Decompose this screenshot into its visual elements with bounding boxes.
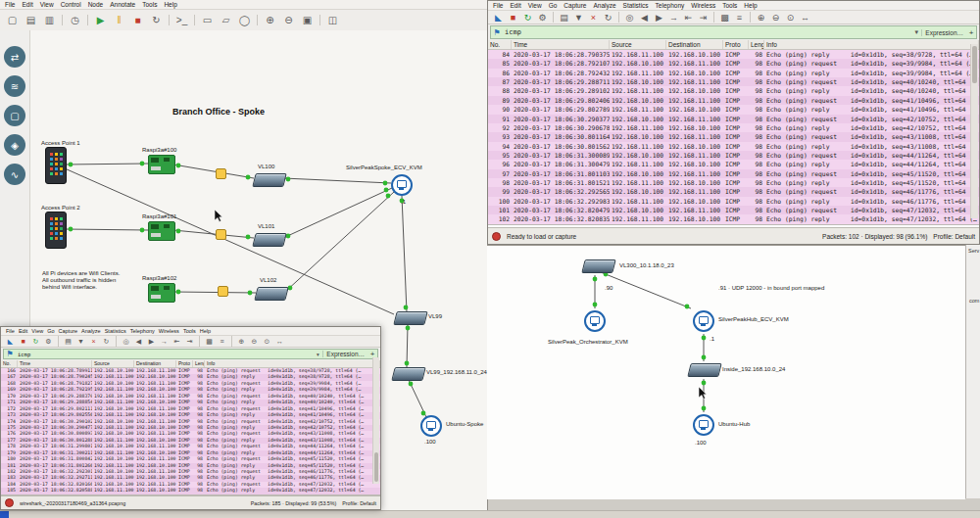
vl101-switch-device[interactable]	[252, 233, 286, 247]
packet-row[interactable]: 922020-03-17 18:06:30.290678192.168.11.1…	[488, 123, 979, 132]
access-point-1-device[interactable]	[45, 147, 67, 184]
save-capture-icon[interactable]: ▼	[75, 337, 86, 346]
menu-edit[interactable]: Edit	[22, 1, 32, 8]
first-packet-icon[interactable]: ⇤	[682, 12, 695, 23]
add-link-icon[interactable]: ∿	[4, 164, 25, 185]
stop-capture-icon[interactable]: ■	[18, 337, 28, 346]
packet-row[interactable]: 1002020-03-17 18:06:32.292983192.168.11.…	[488, 197, 979, 206]
previous-packet-icon[interactable]: ◀	[638, 12, 651, 23]
find-packet-icon[interactable]: ◎	[121, 337, 131, 346]
lock-items-icon[interactable]: ◫	[324, 13, 341, 28]
column-header-source[interactable]: Source	[92, 360, 134, 367]
vl102-switch-device[interactable]	[254, 287, 288, 301]
draw-ellipse-icon[interactable]: ◯	[236, 13, 253, 28]
column-header-time[interactable]: Time	[512, 40, 610, 49]
go-to-packet-icon[interactable]: →	[667, 12, 680, 23]
link-line[interactable]	[283, 188, 392, 238]
menu-edit[interactable]: Edit	[510, 2, 520, 9]
console-all-icon[interactable]: >_	[173, 13, 190, 28]
column-header-time[interactable]: Time	[18, 360, 92, 367]
packet-row[interactable]: 902020-03-17 18:06:29.802789192.168.11.1…	[488, 105, 979, 114]
save-capture-icon[interactable]: ▼	[572, 12, 585, 23]
draw-rectangle-icon[interactable]: ▱	[218, 13, 234, 28]
column-header-destination[interactable]: Destination	[134, 360, 176, 367]
wifi-link-icon[interactable]	[216, 229, 226, 240]
menu-analyze[interactable]: Analyze	[81, 328, 101, 334]
resize-columns-icon[interactable]: ↔	[799, 12, 811, 23]
column-header-info[interactable]: Info	[205, 360, 380, 367]
menu-analyze[interactable]: Analyze	[593, 2, 615, 9]
menu-go[interactable]: Go	[47, 328, 54, 334]
silverpeak-spoke-device[interactable]	[391, 174, 413, 196]
packet-row[interactable]: 852020-03-17 18:06:28.792107192.168.10.1…	[488, 59, 979, 68]
stop-capture-icon[interactable]: ■	[507, 12, 519, 23]
servers-summary-item[interactable]: com	[966, 254, 980, 304]
menu-file[interactable]: File	[493, 2, 503, 9]
menu-telephony[interactable]: Telephony	[130, 328, 155, 334]
filter-dropdown-arrow[interactable]: ▾	[911, 28, 921, 36]
expression-button[interactable]: Expression…	[921, 29, 966, 36]
menu-edit[interactable]: Edit	[19, 328, 27, 334]
packet-row[interactable]: 962020-03-17 18:06:31.300479192.168.11.1…	[488, 160, 979, 168]
link-line[interactable]	[407, 324, 408, 367]
column-header-info[interactable]: Info	[764, 40, 979, 49]
stop-nodes-icon[interactable]: ■	[129, 13, 146, 28]
start-capture-icon[interactable]: ◣	[5, 337, 16, 346]
fit-view-icon[interactable]: ▣	[299, 13, 316, 28]
zoom-out-icon[interactable]: ⊖	[249, 337, 260, 346]
bookmark-icon[interactable]: ⚑	[491, 28, 503, 37]
menu-statistics[interactable]: Statistics	[105, 328, 126, 334]
menu-help[interactable]: Help	[200, 328, 211, 334]
close-capture-icon[interactable]: ×	[587, 12, 600, 23]
save-project-icon[interactable]: ▥	[41, 13, 58, 28]
packet-list-scrollbar[interactable]	[970, 44, 978, 218]
inside-switch-device[interactable]	[687, 363, 721, 377]
normal-zoom-icon[interactable]: ⊙	[784, 12, 797, 23]
link-line[interactable]	[65, 229, 148, 230]
filter-add-button[interactable]: +	[966, 28, 976, 37]
next-packet-icon[interactable]: ▶	[146, 337, 157, 346]
display-filter-input[interactable]: icmp	[16, 352, 313, 357]
column-header-lengt[interactable]: Lengt	[749, 40, 764, 49]
last-packet-icon[interactable]: ⇥	[184, 337, 195, 346]
resize-columns-icon[interactable]: ↔	[274, 337, 285, 346]
packet-row[interactable]: 942020-03-17 18:06:30.801562192.168.11.1…	[488, 142, 979, 151]
ubuntu-hub-device[interactable]	[693, 414, 714, 436]
silverpeak-orchestrator-device[interactable]	[584, 310, 606, 332]
reload-nodes-icon[interactable]: ↻	[148, 13, 165, 28]
menu-help[interactable]: Help	[164, 1, 176, 8]
menu-tools[interactable]: Tools	[722, 2, 737, 9]
wifi-link-icon[interactable]	[218, 286, 228, 297]
menu-wireless[interactable]: Wireless	[691, 2, 715, 9]
packet-row[interactable]: 892020-03-17 18:06:29.802406192.168.10.1…	[488, 96, 979, 105]
link-line[interactable]	[285, 192, 394, 292]
vl100-switch-device[interactable]	[252, 173, 286, 187]
menu-annotate[interactable]: Annotate	[110, 1, 135, 8]
zoom-in-icon[interactable]: ⊕	[236, 337, 247, 346]
suspend-nodes-icon[interactable]: ‖	[111, 13, 127, 28]
all-devices-icon[interactable]: ◈	[4, 134, 25, 156]
reload-capture-icon[interactable]: ↻	[101, 337, 112, 346]
packet-row[interactable]: 982020-03-17 18:06:31.801521192.168.11.1…	[488, 178, 979, 187]
link-line[interactable]	[402, 196, 407, 312]
packet-row[interactable]: 1012020-03-17 18:06:32.820479192.168.10.…	[488, 206, 979, 214]
switches-icon[interactable]: ≋	[4, 75, 25, 97]
zoom-in-icon[interactable]: ⊕	[755, 12, 767, 23]
menu-tools[interactable]: Tools	[142, 1, 157, 8]
auto-scroll-icon[interactable]: ≡	[733, 12, 746, 23]
display-filter-input[interactable]: icmp	[503, 28, 911, 36]
menu-view[interactable]: View	[31, 328, 43, 334]
menu-view[interactable]: View	[528, 2, 542, 9]
snapshot-icon[interactable]: ◷	[67, 13, 83, 28]
column-header-destination[interactable]: Destination	[666, 40, 723, 49]
menu-tools[interactable]: Tools	[183, 328, 196, 334]
expression-button[interactable]: Expression…	[322, 351, 368, 357]
close-capture-icon[interactable]: ×	[88, 337, 99, 346]
packet-row[interactable]: 1022020-03-17 18:06:32.820835192.168.11.…	[488, 214, 979, 223]
column-header-source[interactable]: Source	[610, 40, 666, 49]
restart-capture-icon[interactable]: ↻	[521, 12, 534, 23]
link-line[interactable]	[173, 292, 256, 293]
previous-packet-icon[interactable]: ◀	[133, 337, 144, 346]
column-header-no[interactable]: No.	[488, 40, 512, 49]
open-capture-icon[interactable]: ▤	[63, 337, 74, 346]
